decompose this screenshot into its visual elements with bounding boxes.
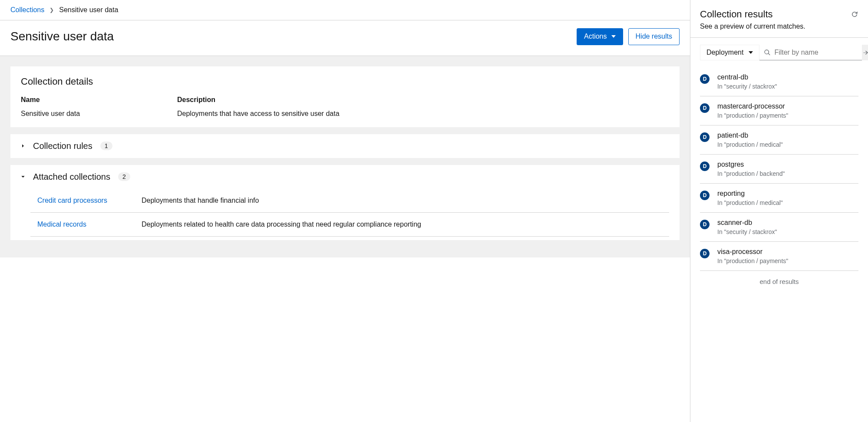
result-item[interactable]: Dcentral-dbIn "security / stackrox" (700, 67, 858, 96)
results-subtitle: See a preview of current matches. (700, 23, 805, 30)
name-value: Sensitive user data (21, 110, 177, 118)
chevron-right-icon: ❯ (50, 7, 54, 13)
chevron-down-icon (21, 175, 25, 179)
result-location: In "security / stackrox" (717, 228, 858, 235)
deployment-badge-icon: D (700, 191, 710, 200)
deployment-badge-icon: D (700, 162, 710, 171)
result-name: scanner-db (717, 219, 858, 227)
actions-dropdown-button[interactable]: Actions (577, 28, 623, 45)
attached-collections-toggle[interactable]: Attached collections 2 (10, 165, 680, 189)
collection-details-title: Collection details (21, 76, 669, 87)
filter-type-select[interactable]: Deployment (700, 45, 759, 60)
filter-type-label: Deployment (706, 49, 743, 56)
results-sidebar: Collection results See a preview of curr… (690, 0, 868, 422)
result-item[interactable]: DreportingIn "production / medical" (700, 184, 858, 213)
result-location: In "security / stackrox" (717, 83, 858, 90)
description-label: Description (177, 96, 669, 104)
breadcrumb: Collections ❯ Sensitive user data (0, 0, 690, 20)
result-location: In "production / medical" (717, 141, 858, 148)
result-name: reporting (717, 190, 858, 198)
deployment-badge-icon: D (700, 103, 710, 113)
filter-name-input[interactable] (774, 45, 861, 60)
deployment-badge-icon: D (700, 132, 710, 142)
result-location: In "production / medical" (717, 199, 858, 206)
collection-rules-count-badge: 1 (100, 142, 112, 150)
attached-collections-title: Attached collections (33, 172, 110, 182)
end-of-results-label: end of results (700, 271, 858, 289)
caret-down-icon (749, 51, 753, 54)
result-name: mastercard-processor (717, 102, 858, 110)
attached-collection-row: Medical recordsDeployments related to he… (30, 213, 669, 237)
result-name: postgres (717, 161, 858, 168)
collection-details-panel: Collection details Name Sensitive user d… (10, 66, 680, 127)
result-item[interactable]: DpostgresIn "production / backend" (700, 155, 858, 184)
deployment-badge-icon: D (700, 249, 710, 258)
result-name: patient-db (717, 132, 858, 139)
hide-results-button[interactable]: Hide results (628, 28, 680, 45)
breadcrumb-root-link[interactable]: Collections (10, 6, 44, 14)
page-title: Sensitive user data (10, 30, 114, 43)
refresh-icon[interactable] (851, 10, 858, 20)
results-title: Collection results (700, 9, 805, 20)
arrow-right-icon (862, 49, 868, 56)
result-item[interactable]: Dscanner-dbIn "security / stackrox" (700, 213, 858, 242)
attached-collection-row: Credit card processorsDeployments that h… (30, 189, 669, 213)
result-name: visa-processor (717, 248, 858, 256)
collection-rules-panel: Collection rules 1 (10, 134, 680, 158)
result-item[interactable]: Dvisa-processorIn "production / payments… (700, 242, 858, 271)
chevron-right-icon (21, 144, 25, 148)
result-location: In "production / payments" (717, 257, 858, 264)
attached-collections-count-badge: 2 (118, 172, 130, 181)
collection-rules-toggle[interactable]: Collection rules 1 (10, 134, 680, 158)
search-icon (764, 49, 771, 56)
attached-collection-link[interactable]: Medical records (37, 221, 86, 228)
name-label: Name (21, 96, 177, 104)
result-location: In "production / backend" (717, 170, 858, 177)
page-header: Sensitive user data Actions Hide results (0, 20, 690, 56)
attached-collection-link[interactable]: Credit card processors (37, 197, 107, 204)
caret-down-icon (611, 35, 616, 38)
deployment-badge-icon: D (700, 74, 710, 84)
result-location: In "production / payments" (717, 112, 858, 119)
filter-submit-button[interactable] (862, 45, 868, 60)
attached-collection-description: Deployments related to health care data … (142, 221, 662, 228)
actions-button-label: Actions (584, 32, 607, 41)
deployment-badge-icon: D (700, 220, 710, 229)
result-item[interactable]: Dmastercard-processorIn "production / pa… (700, 96, 858, 125)
description-value: Deployments that have access to sensitiv… (177, 110, 669, 118)
breadcrumb-current: Sensitive user data (59, 6, 118, 14)
attached-collection-description: Deployments that handle financial info (142, 197, 662, 204)
attached-collections-panel: Attached collections 2 Credit card proce… (10, 165, 680, 240)
result-name: central-db (717, 73, 858, 81)
collection-rules-title: Collection rules (33, 141, 92, 151)
result-item[interactable]: Dpatient-dbIn "production / medical" (700, 125, 858, 155)
